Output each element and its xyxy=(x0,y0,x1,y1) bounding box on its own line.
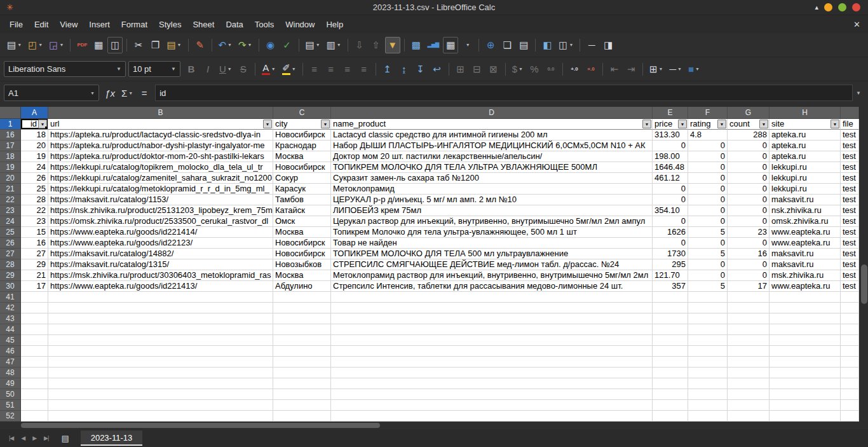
cell-B20[interactable]: https://lekkupi.ru/catalog/zamenitel_sah… xyxy=(48,173,273,184)
bold-icon[interactable]: B xyxy=(184,61,199,78)
cell-G50[interactable] xyxy=(728,389,770,400)
row-header-41[interactable]: 41 xyxy=(0,292,21,303)
justified-icon[interactable]: ≡ xyxy=(356,61,372,78)
row-header-48[interactable]: 48 xyxy=(0,368,21,378)
row-header-45[interactable]: 45 xyxy=(0,335,21,346)
cell-A27[interactable]: 27 xyxy=(21,249,48,259)
cell-A45[interactable] xyxy=(21,335,48,346)
cell-E30[interactable]: 357 xyxy=(653,281,688,292)
split-window-icon[interactable]: ◫▼ xyxy=(556,37,576,53)
row-header-43[interactable]: 43 xyxy=(0,313,21,324)
vertical-scrollbar-thumb[interactable] xyxy=(861,265,867,304)
cell-F30[interactable]: 5 xyxy=(688,281,728,292)
cell-H27[interactable]: maksavit.ru xyxy=(770,249,841,259)
cell-I23[interactable]: test xyxy=(841,205,859,216)
row-header-47[interactable]: 47 xyxy=(0,357,21,368)
align-left-icon[interactable]: ≡ xyxy=(307,61,322,78)
row-header-42[interactable]: 42 xyxy=(0,303,21,313)
more-options-dropdown-dropdown[interactable]: ▼ xyxy=(466,43,470,47)
cell-C17[interactable]: Краснодар xyxy=(273,141,331,151)
cell-B30[interactable]: https://www.eapteka.ru/goods/id221413/ xyxy=(48,281,273,292)
cell-A50[interactable] xyxy=(21,389,48,400)
column-header-F[interactable]: F xyxy=(688,107,728,119)
column-header-partial[interactable] xyxy=(841,107,859,119)
rows-icon-dropdown[interactable]: ▼ xyxy=(316,43,320,47)
cell-I50[interactable] xyxy=(841,389,859,400)
cell-I1[interactable]: file xyxy=(841,119,859,130)
cell-D27[interactable]: ТОПИКРЕМ МОЛОЧКО ДЛЯ ТЕЛА 500 мл ультрау… xyxy=(331,249,653,259)
cell-F25[interactable]: 5 xyxy=(688,227,728,238)
cell-F18[interactable]: 0 xyxy=(688,151,728,162)
cell-I19[interactable]: test xyxy=(841,162,859,173)
cell-A47[interactable] xyxy=(21,357,48,368)
font-color-icon-dropdown[interactable]: ▼ xyxy=(271,67,276,71)
select-all-corner[interactable] xyxy=(0,107,21,119)
insert-sheet-button[interactable]: ▤ xyxy=(56,434,74,443)
merge-cells-icon[interactable]: ⊟ xyxy=(470,61,485,78)
function-wizard-icon[interactable]: ƒx xyxy=(102,85,118,101)
decrease-indent-icon[interactable]: ⇤ xyxy=(607,61,622,78)
cell-G28[interactable]: 0 xyxy=(728,259,770,270)
cell-D49[interactable] xyxy=(331,378,653,389)
cell-C18[interactable]: Москва xyxy=(273,151,331,162)
row-header-16[interactable]: 16 xyxy=(0,130,21,141)
row-header-50[interactable]: 50 xyxy=(0,389,21,400)
cell-C26[interactable]: Новосибирск xyxy=(273,238,331,249)
row-header-24[interactable]: 24 xyxy=(0,216,21,227)
cell-B42[interactable] xyxy=(48,303,273,313)
cell-C20[interactable]: Сокур xyxy=(273,173,331,184)
cell-D47[interactable] xyxy=(331,357,653,368)
border-style-icon[interactable]: ─▼ xyxy=(667,61,684,78)
horizontal-scrollbar-thumb[interactable] xyxy=(21,423,380,428)
cell-E26[interactable]: 0 xyxy=(653,238,688,249)
cell-G22[interactable]: 0 xyxy=(728,195,770,205)
cell-G30[interactable]: 17 xyxy=(728,281,770,292)
cell-E22[interactable]: 0 xyxy=(653,195,688,205)
cell-A26[interactable]: 16 xyxy=(21,238,48,249)
cell-E23[interactable]: 354.10 xyxy=(653,205,688,216)
new-document-icon[interactable]: ▤▼ xyxy=(4,37,24,53)
paste-icon[interactable]: ▤▼ xyxy=(164,37,184,53)
delete-decimal-place-icon[interactable]: ×.0 xyxy=(583,61,599,78)
cell-B50[interactable] xyxy=(48,389,273,400)
previous-sheet-button[interactable]: ◀ xyxy=(17,435,29,441)
cell-D25[interactable]: Топикрем Молочко для тела ультра-увлажня… xyxy=(331,227,653,238)
cell-A19[interactable]: 24 xyxy=(21,162,48,173)
new-document-icon-dropdown[interactable]: ▼ xyxy=(17,43,22,47)
cell-E28[interactable]: 295 xyxy=(653,259,688,270)
menu-window[interactable]: Window xyxy=(280,17,320,32)
cell-H25[interactable]: www.eapteka.ru xyxy=(770,227,841,238)
format-as-currency-icon[interactable]: $▼ xyxy=(510,61,526,78)
cell-A41[interactable] xyxy=(21,292,48,303)
cell-H49[interactable] xyxy=(770,378,841,389)
cell-B41[interactable] xyxy=(48,292,273,303)
cell-H52[interactable] xyxy=(770,411,841,422)
cell-A24[interactable]: 23 xyxy=(21,216,48,227)
cell-F51[interactable] xyxy=(688,400,728,411)
cell-I42[interactable] xyxy=(841,303,859,313)
cell-D17[interactable]: Набор ДЫШИ ПЛАСТЫРЬ-ИНГАЛЯТОР МЕДИЦИНСКИ… xyxy=(331,141,653,151)
row-header-25[interactable]: 25 xyxy=(0,227,21,238)
menu-sheet[interactable]: Sheet xyxy=(187,17,220,32)
cell-H17[interactable]: apteka.ru xyxy=(770,141,841,151)
insert-line-icon[interactable]: ─ xyxy=(584,37,599,53)
column-header-A[interactable]: A xyxy=(21,107,48,119)
border-style-icon-dropdown[interactable]: ▼ xyxy=(677,67,682,71)
cell-D1[interactable]: name_product▼ xyxy=(331,119,653,130)
cell-E29[interactable]: 121.70 xyxy=(653,270,688,281)
cell-F20[interactable]: 0 xyxy=(688,173,728,184)
cell-I41[interactable] xyxy=(841,292,859,303)
cell-D20[interactable]: Сукразит замен-ль сахара таб №1200 xyxy=(331,173,653,184)
cell-C43[interactable] xyxy=(273,313,331,324)
cell-D44[interactable] xyxy=(331,324,653,335)
sort-descending-icon[interactable]: ⇧ xyxy=(369,37,384,53)
cell-C30[interactable]: Абдулино xyxy=(273,281,331,292)
cell-B27[interactable]: https://maksavit.ru/catalog/14882/ xyxy=(48,249,273,259)
cell-A16[interactable]: 18 xyxy=(21,130,48,141)
cell-E20[interactable]: 461.12 xyxy=(653,173,688,184)
cell-F43[interactable] xyxy=(688,313,728,324)
cell-H30[interactable]: www.eapteka.ru xyxy=(770,281,841,292)
cut-icon[interactable]: ✂ xyxy=(131,37,146,53)
next-sheet-button[interactable]: ▶ xyxy=(29,435,40,441)
cell-B45[interactable] xyxy=(48,335,273,346)
